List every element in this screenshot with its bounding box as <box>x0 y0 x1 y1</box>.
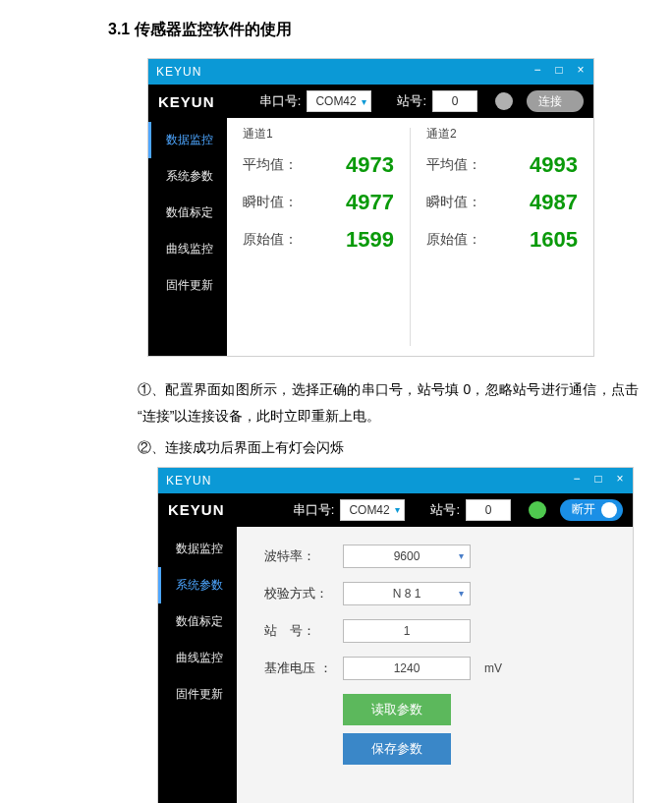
check-select[interactable]: N 8 1 ▾ <box>343 582 471 605</box>
port-label: 串口号: <box>259 92 302 110</box>
section-heading: 3.1 传感器监控软件的使用 <box>39 20 633 40</box>
row-refvolt: 基准电压 ： 1240 mV <box>264 657 605 680</box>
check-label: 校验方式： <box>264 585 335 602</box>
read-params-button[interactable]: 读取参数 <box>343 694 451 725</box>
label-avg: 平均值： <box>243 156 298 174</box>
window-controls: − □ × <box>570 472 627 486</box>
sidebar-item-system-params[interactable]: 系统参数 <box>148 158 227 195</box>
label-raw: 原始值： <box>426 231 481 249</box>
titlebar: KEYUN − □ × <box>158 468 633 493</box>
refvolt-input[interactable]: 1240 <box>343 657 471 680</box>
close-icon[interactable]: × <box>613 472 627 486</box>
refvolt-value: 1240 <box>394 661 420 675</box>
chevron-down-icon: ▾ <box>459 588 464 599</box>
row-check: 校验方式： N 8 1 ▾ <box>264 582 605 605</box>
row-baud: 波特率： 9600 ▾ <box>264 545 605 568</box>
app-body: 数据监控 系统参数 数值标定 曲线监控 固件更新 通道1 平均值：4973 瞬时… <box>148 118 593 356</box>
maximize-icon[interactable]: □ <box>552 63 566 77</box>
status-led <box>495 92 513 110</box>
value-raw-2: 1605 <box>530 227 578 253</box>
sidebar-item-data-monitor[interactable]: 数据监控 <box>158 531 237 567</box>
sidebar-item-system-params[interactable]: 系统参数 <box>158 567 237 603</box>
chevron-down-icon: ▾ <box>459 550 464 561</box>
station-input[interactable]: 0 <box>466 499 511 521</box>
disconnect-toggle[interactable]: 断开 <box>560 499 623 521</box>
instruction-1: ①、配置界面如图所示，选择正确的串口号，站号填 0，忽略站号进行通信，点击“连接… <box>138 376 639 429</box>
content-panel: 通道1 平均值：4973 瞬时值：4977 原始值：1599 通道2 平均值：4… <box>227 118 593 356</box>
baud-value: 9600 <box>394 549 420 563</box>
value-inst-2: 4987 <box>530 190 578 215</box>
channel-2: 通道2 平均值：4993 瞬时值：4987 原始值：1605 <box>411 118 593 356</box>
channel-1-title: 通道1 <box>243 126 394 143</box>
station-label: 站 号： <box>264 622 335 640</box>
window-title: KEYUN <box>156 65 201 79</box>
save-params-button[interactable]: 保存参数 <box>343 733 451 765</box>
button-group: 读取参数 保存参数 <box>343 694 605 765</box>
sidebar: 数据监控 系统参数 数值标定 曲线监控 固件更新 <box>148 118 227 356</box>
titlebar: KEYUN − □ × <box>148 59 593 85</box>
station-value: 0 <box>485 503 492 517</box>
instruction-2: ②、连接成功后界面上有灯会闪烁 <box>138 434 639 461</box>
check-value: N 8 1 <box>393 587 421 601</box>
channel-2-title: 通道2 <box>426 126 578 143</box>
row-avg-2: 平均值：4993 <box>426 152 578 178</box>
port-select[interactable]: COM42 ▾ <box>340 499 405 521</box>
sidebar-item-curve-monitor[interactable]: 曲线监控 <box>148 231 227 267</box>
app-logo: KEYUN <box>158 93 215 110</box>
app-body: 数据监控 系统参数 数值标定 曲线监控 固件更新 波特率： 9600 ▾ 校验方… <box>158 527 633 803</box>
chevron-down-icon: ▾ <box>395 504 400 515</box>
minimize-icon[interactable]: − <box>531 63 544 77</box>
close-icon[interactable]: × <box>574 63 588 77</box>
maximize-icon[interactable]: □ <box>591 472 605 486</box>
value-avg-2: 4993 <box>530 152 578 178</box>
station-label: 站号: <box>430 501 460 519</box>
sidebar-item-calibration[interactable]: 数值标定 <box>148 195 227 231</box>
label-inst: 瞬时值： <box>426 194 481 211</box>
station-value: 0 <box>452 94 459 108</box>
label-raw: 原始值： <box>243 231 298 249</box>
row-inst-1: 瞬时值：4977 <box>243 190 394 215</box>
minimize-icon[interactable]: − <box>570 472 584 486</box>
params-panel: 波特率： 9600 ▾ 校验方式： N 8 1 ▾ 站 号： 1 <box>237 527 633 803</box>
value-avg-1: 4973 <box>346 152 394 178</box>
row-raw-1: 原始值：1599 <box>243 227 394 253</box>
app-window-2: KEYUN − □ × KEYUN 串口号: COM42 ▾ 站号: 0 断开 <box>157 467 634 803</box>
app-logo: KEYUN <box>168 501 225 518</box>
baud-select[interactable]: 9600 ▾ <box>343 545 471 568</box>
value-raw-1: 1599 <box>346 227 394 253</box>
row-station: 站 号： 1 <box>264 619 605 643</box>
row-raw-2: 原始值：1605 <box>426 227 578 253</box>
channel-1: 通道1 平均值：4973 瞬时值：4977 原始值：1599 <box>227 118 410 356</box>
connect-label: 连接 <box>538 93 562 110</box>
label-inst: 瞬时值： <box>243 194 298 211</box>
sidebar: 数据监控 系统参数 数值标定 曲线监控 固件更新 <box>158 527 237 803</box>
toggle-knob-icon <box>601 502 617 518</box>
station-label: 站号: <box>397 92 426 110</box>
port-value: COM42 <box>315 94 356 108</box>
station-input[interactable]: 1 <box>343 619 471 643</box>
window-controls: − □ × <box>531 63 588 77</box>
status-led <box>529 501 546 519</box>
station-input[interactable]: 0 <box>432 90 477 112</box>
label-avg: 平均值： <box>426 156 481 174</box>
refvolt-label: 基准电压 ： <box>264 660 335 677</box>
app-window-1: KEYUN − □ × KEYUN 串口号: COM42 ▾ 站号: 0 连接 <box>147 58 594 357</box>
disconnect-label: 断开 <box>572 501 595 518</box>
sidebar-item-firmware[interactable]: 固件更新 <box>148 267 227 304</box>
port-select[interactable]: COM42 ▾ <box>307 90 371 112</box>
window-title: KEYUN <box>166 474 211 488</box>
row-inst-2: 瞬时值：4987 <box>426 190 578 215</box>
sidebar-item-data-monitor[interactable]: 数据监控 <box>148 122 227 158</box>
connect-toggle[interactable]: 连接 <box>527 90 584 112</box>
connection-bar: KEYUN 串口号: COM42 ▾ 站号: 0 连接 <box>148 85 593 118</box>
port-value: COM42 <box>349 503 389 517</box>
sidebar-item-calibration[interactable]: 数值标定 <box>158 603 237 640</box>
chevron-down-icon: ▾ <box>362 96 366 107</box>
value-inst-1: 4977 <box>346 190 394 215</box>
sidebar-item-curve-monitor[interactable]: 曲线监控 <box>158 640 237 676</box>
baud-label: 波特率： <box>264 547 335 565</box>
sidebar-item-firmware[interactable]: 固件更新 <box>158 676 237 713</box>
refvolt-unit: mV <box>484 661 502 675</box>
port-label: 串口号: <box>293 501 335 519</box>
row-avg-1: 平均值：4973 <box>243 152 394 178</box>
